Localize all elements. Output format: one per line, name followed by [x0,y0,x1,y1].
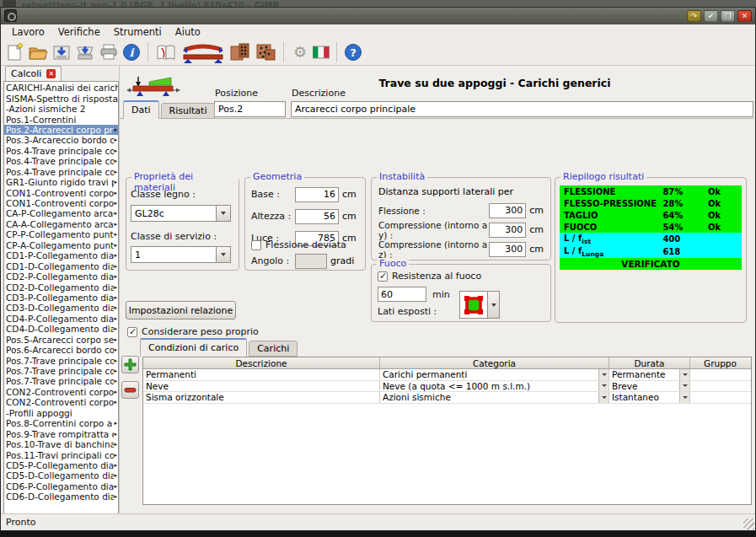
list-item[interactable]: CD2-D-Collegamento diag ▸ [4,282,118,292]
list-item[interactable]: CD6-D-Collegamento diag ▸ [4,491,118,502]
tab-condizioni-di-carico[interactable]: Condizioni di carico [140,338,247,357]
chevron-down-icon[interactable] [487,292,499,318]
chevron-down-icon[interactable] [216,206,230,221]
classe-legno-select[interactable]: GL28c [131,205,231,222]
instability-input[interactable] [489,223,526,238]
chevron-down-icon[interactable] [679,381,689,392]
lati-esposti-select[interactable] [459,291,500,319]
list-item[interactable]: CP-A-Collegamento punto ▸ [4,240,118,250]
list-item[interactable]: CARICHI-Analisi dei carichi ▸ [4,83,118,93]
save-icon[interactable] [51,41,72,63]
list-item[interactable]: -Profili appoggi ▸ [4,408,118,418]
list-item[interactable]: CD3-D-Collegamento diag ▸ [4,303,118,313]
remove-row-button[interactable] [121,381,139,399]
add-row-button[interactable] [121,356,139,373]
language-italian-flag-icon[interactable] [313,41,330,63]
chevron-down-icon[interactable] [679,369,689,380]
tab-risultati[interactable]: Risultati [161,103,216,119]
list-item[interactable]: Pos.7-Trave principale cor ▸ [4,366,118,376]
connection-plate-icon[interactable] [229,41,251,63]
geometry-input[interactable] [295,209,339,224]
instability-input[interactable] [489,242,526,257]
list-item[interactable]: CD1-P-Collegamento diag ▸ [4,250,118,260]
cell-durata-select[interactable]: Permanente [609,369,690,380]
menu-item[interactable]: Aiuto [169,26,207,38]
chevron-down-icon[interactable] [679,392,689,403]
list-item[interactable]: CON1-Controventi corpo p ▸ [4,187,118,197]
list-item[interactable]: CON2-Controventi corpo s ▸ [4,387,118,397]
list-item[interactable]: Pos.8-Correntini corpo a ra ▸ [4,418,118,428]
relation-book-icon[interactable] [155,41,177,63]
chevron-down-icon[interactable] [598,381,609,392]
list-item[interactable]: Pos.10-Trave di banchina ( ▸ [4,439,118,449]
instability-input[interactable] [489,203,526,218]
classe-servizio-select[interactable]: 1 [131,246,231,263]
list-item[interactable]: Pos.4-Trave principale cor ▸ [4,167,118,177]
cell-gruppo[interactable] [690,369,750,380]
chevron-down-icon[interactable] [598,392,609,403]
descrizione-input[interactable] [291,101,753,117]
table-row[interactable]: Permanenti Carichi permanenti Permanente [143,369,751,381]
list-item[interactable]: Pos.6-Arcarecci bordo cor ▸ [4,345,118,355]
cell-categoria-select[interactable]: Carichi permanenti [380,369,609,380]
help-icon[interactable]: ? [344,41,362,63]
posizione-input[interactable] [214,101,286,117]
titlebar[interactable]: ↷ ✔ ❐ ✕ [1,8,755,24]
beam-calculation-icon[interactable] [180,41,226,63]
list-item[interactable]: CD4-D-Collegamento diag ▸ [4,324,118,334]
list-item[interactable]: CON1-Controventi corpo p ▸ [4,198,118,208]
list-item[interactable]: Pos.1-Correntini ▸ [4,114,118,124]
close-button[interactable]: ✕ [737,10,752,22]
list-item[interactable]: CD1-D-Collegamento diag ▸ [4,260,118,271]
list-item[interactable]: CA-P-Collegamento arcare ▸ [4,208,118,218]
peso-proprio-checkbox[interactable] [127,327,137,337]
list-item[interactable]: Pos.4-Trave principale cor ▸ [4,146,118,156]
list-item[interactable]: Pos.9-Trave rompitratta co ▸ [4,428,118,438]
tab-carichi[interactable]: Carichi [249,341,298,357]
list-item[interactable]: Pos.7-Trave principale cor ▸ [4,355,118,365]
maximize-button[interactable]: ❐ [721,10,735,22]
menu-item[interactable]: Strumenti [107,26,169,38]
open-icon[interactable] [28,41,48,63]
list-item[interactable]: Pos.7-Trave principale cor ▸ [4,376,118,386]
tab-dati[interactable]: Dati [123,100,159,119]
angolo-input[interactable] [295,254,327,269]
fire-minutes-input[interactable] [378,287,426,302]
menu-item[interactable]: Verifiche [51,26,107,38]
tab-calcoli[interactable]: Calcoli ✕ [5,66,62,81]
connection-bolts-icon[interactable] [255,41,276,63]
list-item[interactable]: CP-P-Collegamento punto ▸ [4,229,118,239]
cell-durata-select[interactable]: Istantaneo [609,392,690,403]
chevron-down-icon[interactable] [216,247,230,262]
cell-descrizione[interactable]: Sisma orizzontale [143,392,380,403]
list-item[interactable]: CD4-P-Collegamento diag ▸ [4,314,118,324]
list-item[interactable]: Pos.4-Trave principale cor ▸ [4,156,118,166]
menu-item[interactable]: Lavoro [5,26,51,38]
list-item[interactable]: Pos.5-Arcarecci corpo sec ▸ [4,335,118,345]
list-item[interactable]: CON2-Controventi corpo s ▸ [4,397,118,407]
list-item[interactable]: CA-A-Collegamento arcare ▸ [4,219,118,229]
cell-categoria-select[interactable]: Neve (a quota <= 1000 m s.l.m.) [380,381,609,392]
impostazioni-relazione-button[interactable]: Impostazioni relazione [126,301,236,320]
resize-grip[interactable] [743,518,754,529]
cell-durata-select[interactable]: Breve [609,381,690,392]
resistenza-fuoco-checkbox[interactable] [378,271,388,282]
flessione-deviata-checkbox[interactable] [251,240,261,250]
list-item[interactable]: Pos.11-Travi principali corp ▸ [4,449,118,459]
cell-descrizione[interactable]: Neve [143,381,380,392]
new-document-icon[interactable] [6,41,24,63]
geometry-input[interactable] [295,187,339,202]
settings-gear-icon[interactable]: ⚙ [291,41,309,63]
cell-gruppo[interactable] [690,392,750,403]
cell-descrizione[interactable]: Permanenti [143,369,380,380]
shade-button[interactable]: ↷ [687,10,701,22]
list-item[interactable]: CD3-P-Collegamento diag ▸ [4,293,118,303]
info-icon[interactable]: i [122,41,141,63]
table-row[interactable]: Neve Neve (a quota <= 1000 m s.l.m.) Bre… [143,381,751,393]
chevron-down-icon[interactable] [598,369,609,380]
list-item[interactable]: CD5-D-Collegamento diag ▸ [4,470,118,481]
list-item[interactable]: SISMA-Spettro di risposta ▸ [4,93,118,103]
save-as-icon[interactable] [75,41,95,63]
list-item[interactable]: CD5-P-Collegamento diag ▸ [4,460,118,470]
list-item[interactable]: Pos.2-Arcarecci corpo prin ▸ [4,125,118,135]
